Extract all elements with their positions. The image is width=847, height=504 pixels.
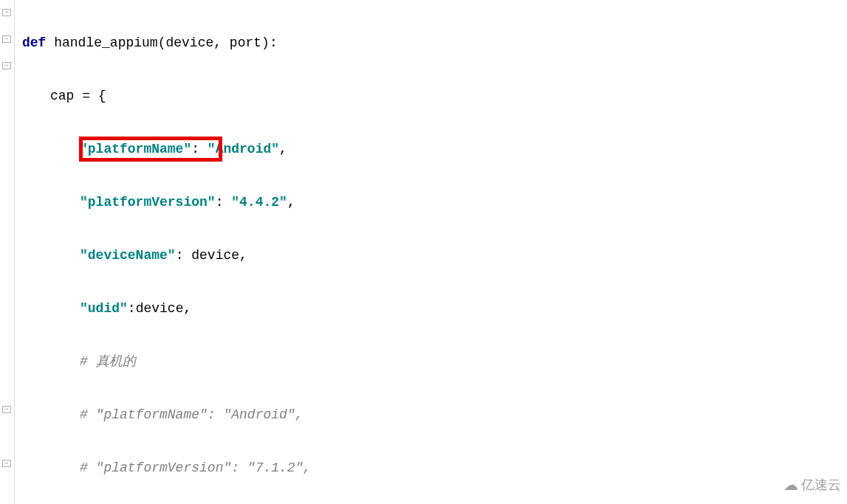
watermark-text: 亿速云 [801,472,841,498]
code-editor[interactable]: def handle_appium(device, port): cap = {… [16,0,847,504]
code-line: "platformName": "Android", [16,136,847,162]
function-params: (device, port): [158,35,278,50]
cloud-icon: ☁ [783,470,798,500]
comment-line: # 真机的 [16,348,847,375]
fold-marker[interactable]: − [2,406,11,413]
fold-marker[interactable]: − [2,9,11,16]
editor-gutter: − − − − − [0,0,15,504]
code-line: cap = { [16,83,847,109]
code-line: "deviceName": device, [16,242,847,269]
watermark: ☁ 亿速云 [783,470,841,500]
code-line-udid: "udid":device, [16,295,847,322]
fold-marker[interactable]: − [2,62,11,69]
comment-line: # "platformVersion": "7.1.2", [16,455,847,481]
code-line: "platformVersion": "4.4.2", [16,189,847,215]
fold-marker[interactable]: − [2,460,11,467]
comment-line: # "platformName": "Android", [16,401,847,428]
keyword-def: def [22,35,46,50]
function-name: handle_appium [54,35,157,50]
fold-marker[interactable]: − [2,35,11,43]
